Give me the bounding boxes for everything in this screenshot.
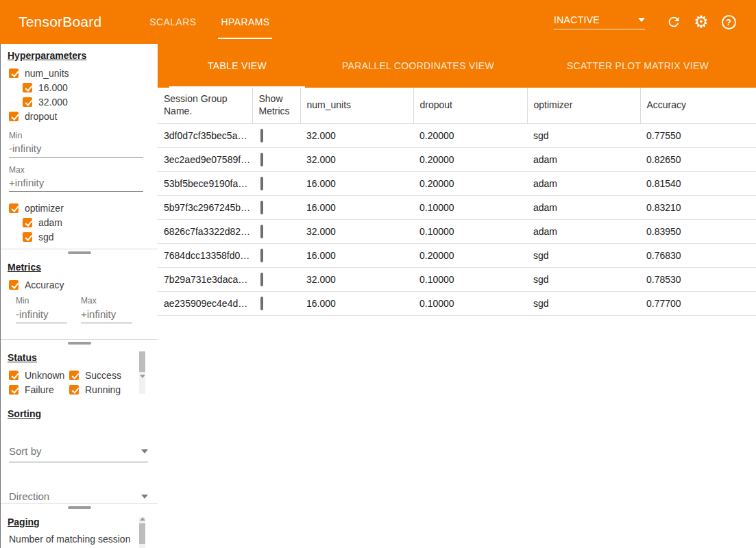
table-row: 53bf5bece9190fa… 16.000 0.20000 adam 0.8… [158,171,756,195]
sidebar: Hyperparameters num_units 16.000 32.000 … [0,44,158,548]
status-scrollbar[interactable] [139,351,145,394]
accuracy-checkbox[interactable] [9,280,19,290]
running-checkbox[interactable] [69,385,79,395]
resize-handle[interactable] [68,251,91,254]
tab-parallel-coordinates-view[interactable]: PARALLEL COORDINATES VIEW [317,44,520,88]
accuracy-value: 0.82650 [640,147,756,171]
session-group-name: 3df0d7cf35bec5a… [158,123,252,147]
dropout-value: 0.10000 [413,267,527,291]
scroll-up-icon[interactable] [140,517,145,521]
status-heading: Status [8,352,158,363]
value-32-checkbox[interactable] [23,97,32,107]
session-group-name: 7b29a731e3daca… [158,267,252,291]
sgd-checkbox[interactable] [23,232,32,242]
optimizer-value: sgd [527,123,640,147]
value-16-label: 16.000 [38,82,68,93]
tab-table-view[interactable]: TABLE VIEW [158,44,317,88]
gear-icon-glyph: ⚙ [694,14,709,30]
header-actions: INACTIVE ⚙ ? [554,8,742,36]
success-checkbox[interactable] [69,371,79,380]
unknown-label: Unknown [25,370,64,381]
metric-accuracy: Accuracy [1,277,158,292]
dropout-min-input[interactable] [9,141,143,158]
num-units-value: 16.000 [300,243,413,267]
optimizer-checkbox[interactable] [9,203,19,213]
direction-dropdown[interactable]: Direction [9,490,148,504]
optimizer-value: sgd [527,243,640,267]
hparam-value-16: 16.000 [1,80,158,95]
metric-max-input[interactable] [81,307,132,323]
num-units-value: 16.000 [300,171,413,195]
adam-checkbox[interactable] [23,218,32,227]
table-row: 7b29a731e3daca… 32.000 0.10000 sgd 0.785… [158,267,756,291]
chevron-down-icon [638,18,645,22]
col-session-group-name: Session Group Name. [158,88,252,123]
accuracy-value: 0.78530 [640,267,756,291]
sort-by-value: Sort by [9,445,42,457]
chevron-down-icon [141,449,148,453]
run-status-dropdown[interactable]: INACTIVE [554,14,645,29]
status-running: Running [61,382,130,397]
session-group-name: 5b97f3c2967245b… [158,195,252,219]
paging-scrollbar[interactable] [139,517,145,548]
sgd-label: sgd [38,232,54,242]
table-body: 3df0d7cf35bec5a… 32.000 0.20000 sgd 0.77… [158,123,756,315]
dropout-value: 0.20000 [413,147,527,171]
dropout-value: 0.10000 [413,291,527,315]
show-metrics-checkbox[interactable] [260,177,263,190]
failure-label: Failure [25,384,54,395]
metric-min-input[interactable] [16,307,67,323]
dropout-value: 0.10000 [413,195,527,219]
dropout-min-label: Min [9,131,158,140]
dropout-value: 0.10000 [413,219,527,243]
status-scrollbar-thumb[interactable] [139,351,145,372]
show-metrics-checkbox[interactable] [260,297,263,310]
session-group-name: ae235909ec4e4d… [158,291,252,315]
show-metrics-checkbox[interactable] [260,129,263,142]
gear-icon[interactable]: ⚙ [687,8,715,36]
view-tabs: TABLE VIEW PARALLEL COORDINATES VIEW SCA… [158,44,756,88]
value-16-checkbox[interactable] [23,83,32,92]
sort-by-dropdown[interactable]: Sort by [9,445,148,462]
show-metrics-checkbox[interactable] [260,273,263,286]
show-metrics-checkbox[interactable] [260,153,263,166]
paging-scrollbar-thumb[interactable] [139,523,145,544]
accuracy-value: 0.81540 [640,171,756,195]
help-icon[interactable]: ? [715,8,742,36]
num-units-value: 32.000 [300,123,413,147]
accuracy-value: 0.83210 [640,195,756,219]
col-num-units: num_units [300,88,413,123]
dropout-max-input[interactable] [9,175,143,192]
value-32-label: 32.000 [38,97,68,108]
show-metrics-checkbox[interactable] [260,249,263,262]
dropout-max-label: Max [9,165,158,175]
tab-hparams[interactable]: HPARAMS [208,0,282,44]
accuracy-label: Accuracy [25,279,64,290]
dropout-checkbox[interactable] [9,112,19,121]
matching-groups-text: Number of matching session groups: 8 [9,533,134,548]
hparam-num-units: num_units [1,66,158,80]
table-row: 7684dcc13358fd0… 16.000 0.20000 sgd 0.76… [158,243,756,267]
num-units-checkbox[interactable] [9,68,19,78]
num-units-value: 32.000 [300,147,413,171]
scroll-down-icon[interactable] [140,375,145,378]
tab-scatter-plot-matrix-view[interactable]: SCATTER PLOT MATRIX VIEW [520,44,756,88]
accuracy-value: 0.77700 [640,291,756,315]
sorting-heading: Sorting [8,408,158,419]
paging-section: Paging Number of matching session groups… [1,510,158,548]
hyperparameters-section: Hyperparameters num_units 16.000 32.000 … [1,44,158,249]
show-metrics-checkbox[interactable] [260,201,263,214]
table-row: 3df0d7cf35bec5a… 32.000 0.20000 sgd 0.77… [158,123,756,147]
show-metrics-checkbox[interactable] [260,225,263,238]
chevron-down-icon [141,495,148,499]
session-groups-table: Session Group Name. Show Metrics num_uni… [158,88,756,316]
hparam-optimizer: optimizer [1,201,158,215]
resize-handle[interactable] [68,342,91,345]
refresh-icon[interactable] [660,8,687,36]
hparam-value-32: 32.000 [1,95,158,109]
failure-checkbox[interactable] [9,385,19,395]
session-group-name: 3ec2aed9e07589f… [158,147,252,171]
tab-scalars[interactable]: SCALARS [137,0,208,44]
unknown-checkbox[interactable] [9,371,19,380]
resize-handle[interactable] [68,506,91,509]
